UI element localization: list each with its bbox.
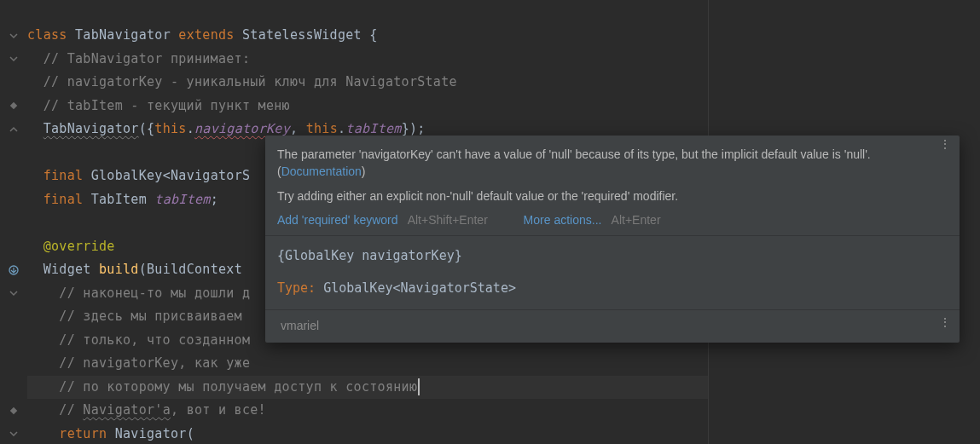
keyword: extends: [178, 27, 242, 43]
gutter-diamond-icon[interactable]: [0, 95, 27, 118]
fold-marker[interactable]: [0, 48, 27, 72]
comment: // TabNavigator принимает:: [27, 51, 250, 66]
popup-more-icon[interactable]: ⋮: [939, 142, 951, 146]
comment: // по которому мы получаем доступ к сост…: [27, 379, 417, 395]
type-label: Type:: [277, 280, 323, 296]
gutter: [0, 0, 27, 444]
text-caret: [418, 378, 420, 395]
more-actions-link[interactable]: More actions...: [524, 213, 602, 227]
comment: // здесь мы присваиваем: [27, 308, 250, 324]
gutter-diamond-icon[interactable]: [0, 399, 27, 423]
fold-marker[interactable]: [0, 423, 27, 445]
comment: // только, что созданном: [27, 332, 250, 348]
comment: // наконец-то мы дошли д: [27, 285, 250, 301]
class-name: TabNavigator: [75, 27, 178, 43]
shortcut-label: Alt+Enter: [612, 213, 661, 227]
annotation-override: override: [51, 239, 115, 254]
constructor: TabNavigator: [43, 121, 139, 136]
signature: {GlobalKey navigatorKey}: [277, 248, 948, 263]
quickfix-add-required[interactable]: Add 'required' keyword: [277, 213, 398, 227]
method-build: build: [99, 262, 139, 277]
diagnostic-hint: Try adding either an explicit non-'null'…: [277, 187, 948, 205]
override-icon[interactable]: [0, 258, 27, 282]
author-annotation: vmariel ⋮: [265, 309, 960, 343]
fold-marker[interactable]: [0, 282, 27, 306]
comment: // navigatorKey - уникальный ключ для Na…: [27, 74, 457, 89]
fold-marker[interactable]: [0, 118, 27, 141]
svg-rect-0: [10, 102, 17, 109]
keyword: class: [27, 27, 75, 43]
comment: // navigatorKey, как уже: [27, 355, 250, 371]
documentation-link[interactable]: Documentation: [281, 164, 362, 178]
svg-rect-2: [10, 407, 17, 414]
brace: {: [369, 27, 377, 43]
param-navigatorKey: navigatorKey: [194, 121, 290, 136]
param-tabItem: tabItem: [345, 121, 401, 136]
popup-more-icon[interactable]: ⋮: [939, 320, 951, 324]
comment: // tabItem - текущий пункт меню: [27, 98, 290, 113]
type-value: GlobalKey<NavigatorState>: [323, 280, 516, 296]
quick-doc: {GlobalKey navigatorKey} Type: GlobalKey…: [265, 236, 960, 309]
shortcut-label: Alt+Shift+Enter: [408, 213, 488, 227]
diagnostic-popup: ⋮ The parameter 'navigatorKey' can't hav…: [265, 136, 960, 343]
superclass: StatelessWidget: [242, 27, 369, 43]
fold-marker[interactable]: [0, 24, 27, 48]
diagnostic-message: The parameter 'navigatorKey' can't have …: [277, 146, 948, 181]
